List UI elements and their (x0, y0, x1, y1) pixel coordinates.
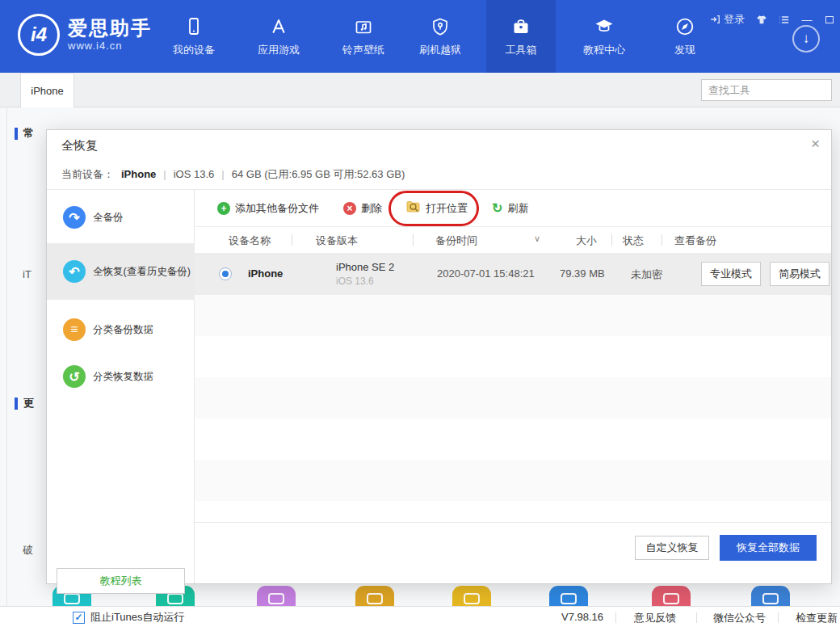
table-header: 设备名称 设备版本 备份时间 ∨ 大小 状态 查看备份 (195, 227, 831, 253)
search-tools-input[interactable] (701, 79, 832, 101)
checkbox-checked-icon: ✓ (73, 612, 85, 624)
empty-row-stripe (195, 460, 831, 501)
separator (615, 612, 616, 623)
dock-audio-icon[interactable] (355, 586, 394, 606)
delete-backup-button[interactable]: × 删除 (343, 201, 382, 216)
app-window: i4 爱思助手 www.i4.cn 我的设备 应用游戏 (0, 0, 840, 627)
appstore-icon (268, 16, 289, 37)
menu-list-icon[interactable] (779, 14, 790, 25)
nav-item-ringtones-wallpapers[interactable]: 铃声壁纸 (329, 0, 398, 73)
section-bar (15, 398, 18, 410)
maximize-button[interactable] (824, 14, 835, 25)
tab-iphone[interactable]: iPhone (20, 73, 74, 107)
login-icon (709, 14, 720, 25)
tool-label: 打开位置 (426, 201, 468, 216)
sidebar-item-full-restore[interactable]: ↶ 全恢复(查看历史备份) (47, 243, 195, 300)
minimize-button[interactable]: — (801, 14, 813, 25)
custom-restore-button[interactable]: 自定义恢复 (635, 536, 709, 560)
dialog-content: + 添加其他备份文件 × 删除 打开位置 (195, 190, 831, 583)
dock-player-icon[interactable] (549, 586, 588, 606)
text-fragment: iT (23, 268, 32, 280)
sort-down-icon[interactable]: ∨ (534, 234, 540, 244)
row-backup-time: 2020-07-01 15:48:21 (437, 267, 535, 280)
separator: | (163, 168, 166, 180)
nav-label: 工具箱 (506, 43, 537, 57)
tool-label: 刷新 (507, 201, 528, 216)
window-edge-line (6, 73, 7, 627)
sidebar-item-label: 全备份 (93, 211, 124, 225)
nav-item-flash-jailbreak[interactable]: 刷机越狱 (405, 0, 475, 73)
backup-row[interactable]: iPhone iPhone SE 2 iOS 13.6 2020-07-01 1… (195, 253, 831, 295)
open-location-button[interactable]: 打开位置 (406, 200, 468, 216)
category-backup-icon: ≡ (63, 318, 86, 341)
sidebar-item-label: 分类备份数据 (93, 323, 153, 337)
tool-label: 删除 (361, 201, 382, 216)
col-backup-time[interactable]: 备份时间 (435, 234, 477, 248)
sidebar-item-full-backup[interactable]: ↷ 全备份 (47, 199, 195, 236)
fragment-text: iT (23, 268, 32, 280)
device-name: iPhone (121, 168, 156, 180)
dialog-title: 全恢复 (61, 138, 98, 154)
tutorial-list-button[interactable]: 教程列表 (57, 568, 185, 594)
col-device-version: 设备版本 (316, 234, 358, 248)
separator (696, 612, 697, 623)
nav-label: 应用游戏 (258, 43, 300, 57)
shield-key-icon (430, 16, 451, 37)
phone-icon (183, 16, 204, 37)
tool-label: 添加其他备份文件 (235, 201, 319, 216)
dock-robot-icon[interactable] (452, 586, 491, 606)
dock-music-icon[interactable] (257, 586, 296, 606)
section-bar (15, 128, 18, 140)
dialog-sidebar: ↷ 全备份 ↶ 全恢复(查看历史备份) ≡ 分类备份数据 ↺ 分类恢复数据 教程… (47, 190, 195, 583)
nav-label: 我的设备 (173, 43, 215, 57)
col-size: 大小 (576, 234, 597, 248)
nav-item-my-devices[interactable]: 我的设备 (159, 0, 229, 73)
section-header-fragment: 更 (15, 396, 34, 410)
feedback-link[interactable]: 意见反馈 (634, 611, 676, 625)
pro-mode-button[interactable]: 专业模式 (701, 262, 761, 286)
row-radio-selected[interactable] (219, 267, 232, 280)
brand-logo[interactable]: i4 爱思助手 www.i4.cn (18, 14, 152, 56)
row-size: 79.39 MB (560, 267, 605, 280)
fragment-text: 更 (23, 396, 34, 410)
wechat-account-link[interactable]: 微信公众号 (713, 611, 766, 625)
row-os-text: iOS 13.6 (336, 276, 374, 287)
nav-item-toolbox[interactable]: 工具箱 (486, 0, 556, 73)
sidebar-item-category-backup[interactable]: ≡ 分类备份数据 (47, 311, 195, 348)
close-icon[interactable]: × (811, 135, 820, 153)
dock-chat-icon[interactable] (751, 586, 790, 606)
top-nav: i4 爱思助手 www.i4.cn 我的设备 应用游戏 (0, 0, 840, 73)
easy-mode-button[interactable]: 简易模式 (770, 262, 830, 286)
row-device-name: iPhone (248, 267, 283, 280)
col-status: 状态 (623, 234, 644, 248)
row-device-model: iPhone SE 2 iOS 13.6 (336, 261, 394, 288)
tab-bar: iPhone (0, 73, 840, 107)
row-model-text: iPhone SE 2 (336, 261, 394, 273)
login-label: 登录 (724, 12, 745, 27)
download-manager-icon[interactable]: ↓ (792, 25, 820, 53)
refresh-icon: ↻ (492, 200, 502, 216)
sidebar-item-category-restore[interactable]: ↺ 分类恢复数据 (47, 358, 195, 395)
sidebar-item-label: 全恢复(查看历史备份) (93, 265, 191, 279)
empty-row-stripe (195, 377, 831, 419)
refresh-button[interactable]: ↻ 刷新 (492, 200, 528, 216)
login-button[interactable]: 登录 (709, 12, 745, 27)
device-info-label: 当前设备： (61, 167, 114, 182)
brand-url: www.i4.cn (68, 40, 152, 52)
empty-row-stripe (195, 295, 831, 336)
nav-item-tutorial-center[interactable]: 教程中心 (569, 0, 639, 73)
dock-face-icon[interactable] (652, 586, 691, 606)
restore-arrow-icon: ↶ (63, 260, 86, 283)
backup-arrow-icon: ↷ (63, 206, 86, 229)
nav-item-apps-games[interactable]: 应用游戏 (244, 0, 313, 73)
separator (778, 612, 779, 623)
add-icon: + (217, 202, 230, 215)
row-status: 未加密 (631, 267, 662, 282)
add-backup-file-button[interactable]: + 添加其他备份文件 (217, 201, 319, 216)
restore-all-button[interactable]: 恢复全部数据 (720, 535, 817, 561)
tab-label: iPhone (31, 85, 63, 97)
col-view-backup: 查看备份 (674, 234, 716, 248)
block-itunes-checkbox[interactable]: ✓ 阻止iTunes自动运行 (73, 610, 185, 625)
check-update-link[interactable]: 检查更新 (796, 611, 838, 625)
theme-skin-icon[interactable] (756, 14, 767, 25)
